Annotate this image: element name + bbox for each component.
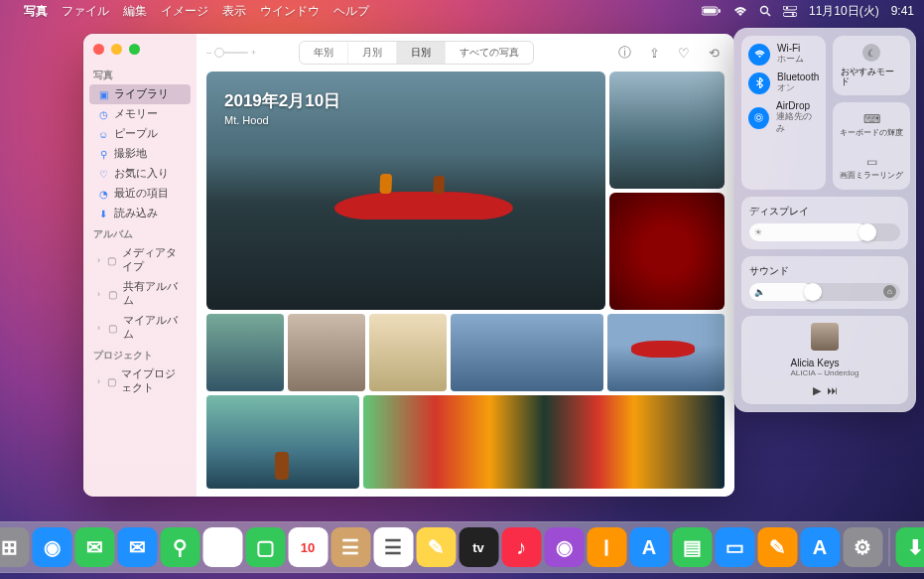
svg-point-3 [760, 7, 767, 14]
dock-books[interactable]: ▕▏ [587, 527, 626, 567]
wifi-toggle[interactable]: Wi-Fiホーム [748, 43, 819, 66]
info-icon[interactable]: ⓘ [613, 42, 635, 64]
menu-edit[interactable]: 編集 [123, 3, 147, 20]
now-playing-card[interactable]: Alicia Keys ALICIA – Underdog ▶⏭ [741, 316, 908, 404]
thumbnail[interactable] [363, 395, 725, 489]
menubar-time[interactable]: 9:41 [891, 4, 914, 18]
person-icon: ☺ [97, 128, 109, 140]
control-center-icon[interactable] [783, 6, 797, 17]
svg-point-8 [792, 13, 794, 15]
sidebar-item[interactable]: ›▢共有アルバム [89, 277, 191, 311]
thumbnail[interactable] [206, 395, 359, 489]
display-card: ディスプレイ ☀ [741, 197, 908, 249]
thumbnail[interactable] [451, 314, 603, 391]
dock-downloads[interactable]: ⬇ [895, 527, 924, 567]
dock-mail[interactable]: ✉ [117, 527, 157, 567]
dnd-toggle[interactable]: ☾ おやすみモード [833, 36, 910, 95]
sidebar-item[interactable]: ⚲撮影地 [89, 144, 191, 164]
battery-icon[interactable] [702, 6, 722, 16]
thumbnail[interactable] [609, 193, 725, 310]
segment-month[interactable]: 月別 [348, 42, 397, 64]
dock-facetime[interactable]: ▢ [245, 527, 285, 567]
sidebar-item[interactable]: ◷メモリー [89, 104, 191, 124]
sidebar-item[interactable]: ♡お気に入り [89, 164, 191, 184]
bt-toggle[interactable]: Bluetoothオン [748, 72, 819, 94]
svg-point-9 [757, 116, 761, 120]
menu-image[interactable]: イメージ [161, 3, 208, 20]
thumbnail[interactable] [609, 72, 725, 189]
maximize-button[interactable] [129, 44, 140, 55]
thumbnail[interactable] [288, 314, 365, 391]
sound-card: サウンド 🔈⌂ [741, 256, 908, 309]
sidebar-item[interactable]: ◔最近の項目 [89, 184, 191, 204]
dock-messages[interactable]: ✉ [74, 527, 114, 567]
rotate-icon[interactable]: ⟲ [703, 42, 725, 64]
dock-music[interactable]: ♪ [501, 527, 541, 567]
menu-file[interactable]: ファイル [62, 3, 109, 20]
minimize-button[interactable] [111, 44, 122, 55]
svg-rect-7 [783, 12, 797, 16]
dock-reminders[interactable]: ☰ [373, 527, 413, 567]
sidebar-item[interactable]: ⬇読み込み [89, 204, 191, 223]
dock-notes[interactable]: ✎ [416, 527, 456, 567]
search-icon[interactable] [759, 5, 771, 17]
menubar-date[interactable]: 11月10日(火) [809, 3, 879, 20]
dock-photos[interactable]: ✿ [202, 527, 242, 567]
menu-view[interactable]: 表示 [222, 3, 246, 20]
favorite-icon[interactable]: ♡ [673, 42, 695, 64]
dock-launchpad[interactable]: ⊞ [0, 527, 29, 567]
next-icon[interactable]: ⏭ [827, 384, 838, 397]
dock-keynote[interactable]: ▭ [715, 527, 754, 567]
app-menu[interactable]: 写真 [24, 3, 48, 20]
sidebar-item[interactable]: ›▢マイプロジェクト [89, 364, 191, 398]
wifi-icon[interactable] [733, 6, 747, 17]
sidebar-item[interactable]: ☺ピープル [89, 124, 191, 144]
sidebar-item[interactable]: ›▢マイアルバム [89, 311, 191, 345]
heart-icon: ♡ [97, 168, 109, 180]
mirror-icon: ▭ [862, 155, 880, 169]
clock-icon: ◷ [97, 108, 109, 120]
dock-tv[interactable]: tv [459, 527, 498, 567]
thumbnail[interactable] [607, 314, 725, 391]
dock-pages[interactable]: ✎ [757, 527, 797, 567]
segment-day[interactable]: 日別 [397, 42, 446, 64]
menu-window[interactable]: ウインドウ [260, 3, 320, 20]
dock-separator [888, 528, 889, 566]
photos-window: 写真▣ライブラリ◷メモリー☺ピープル⚲撮影地♡お気に入り◔最近の項目⬇読み込みア… [83, 34, 734, 497]
share-icon[interactable]: ⇪ [643, 42, 665, 64]
dock-preferences[interactable]: ⚙ [843, 527, 882, 567]
dock-appstore[interactable]: A [629, 527, 669, 567]
folder-icon: ▢ [107, 375, 116, 387]
display-slider[interactable]: ☀ [749, 223, 900, 241]
ad-toggle[interactable]: AirDrop連絡先のみ [748, 100, 819, 135]
dock-podcasts[interactable]: ◉ [544, 527, 584, 567]
sidebar-item[interactable]: ›▢メディアタイプ [89, 243, 191, 277]
segment-year[interactable]: 年別 [300, 42, 348, 64]
close-button[interactable] [93, 44, 104, 55]
sidebar: 写真▣ライブラリ◷メモリー☺ピープル⚲撮影地♡お気に入り◔最近の項目⬇読み込みア… [83, 34, 197, 497]
dock-numbers[interactable]: ▤ [672, 527, 712, 567]
download-icon: ⬇ [97, 208, 109, 219]
thumbnail[interactable] [369, 314, 447, 391]
thumbnail[interactable] [206, 314, 284, 391]
dock-contacts[interactable]: ☰ [330, 527, 370, 567]
photo-icon: ▣ [97, 88, 109, 100]
content-area: –+ 年別 月別 日別 すべての写真 ⓘ ⇪ ♡ ⟲ 2019年2月10日 [197, 34, 734, 497]
dock-maps[interactable]: ⚲ [160, 527, 199, 567]
sidebar-group-header: 写真 [83, 65, 197, 84]
connectivity-card: Wi-FiホームBluetoothオンAirDrop連絡先のみ [741, 36, 826, 190]
screen-mirroring[interactable]: ▭画面ミラーリング [837, 149, 906, 186]
play-icon[interactable]: ▶ [813, 384, 821, 397]
hero-photo[interactable]: 2019年2月10日 Mt. Hood [206, 72, 605, 310]
zoom-slider[interactable]: –+ [206, 48, 256, 58]
sound-slider[interactable]: 🔈⌂ [749, 283, 900, 301]
keyboard-brightness[interactable]: ⌨キーボードの輝度 [837, 106, 906, 143]
dock-appstore2[interactable]: A [800, 527, 840, 567]
segment-all[interactable]: すべての写真 [446, 42, 533, 64]
view-segmented-control: 年別 月別 日別 すべての写真 [299, 41, 534, 65]
sidebar-item[interactable]: ▣ライブラリ [89, 84, 191, 104]
airplay-audio-icon[interactable]: ⌂ [883, 285, 896, 298]
menu-help[interactable]: ヘルプ [333, 3, 369, 20]
dock-safari[interactable]: ◉ [32, 527, 71, 567]
dock-calendar[interactable]: 10 [288, 527, 328, 567]
